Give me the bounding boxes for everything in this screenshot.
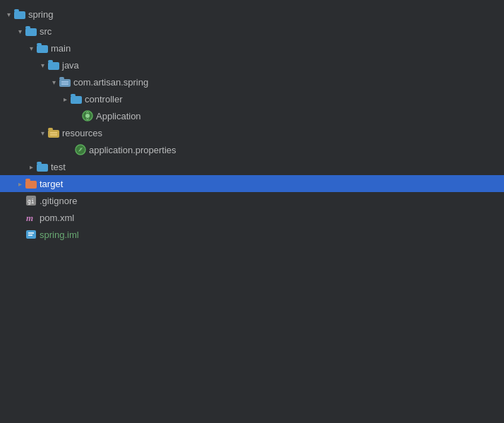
label-test: test [51, 162, 66, 172]
svg-rect-5 [37, 43, 42, 46]
chevron-target [14, 178, 25, 189]
label-target: target [40, 179, 63, 189]
folder-icon-spring [14, 8, 25, 20]
svg-rect-24 [25, 179, 30, 181]
chevron-com-artisan-spring [48, 76, 59, 88]
tree-item-gitignore[interactable]: gi .gitignore [0, 192, 504, 209]
tree-item-spring-iml[interactable]: spring.iml [0, 226, 504, 243]
label-src: src [40, 26, 52, 37]
tree-item-java[interactable]: java [0, 56, 504, 73]
folder-icon-resources [48, 127, 59, 138]
chevron-test [25, 161, 37, 172]
chevron-spring [3, 8, 14, 20]
label-main: main [51, 43, 71, 54]
chevron-controller [59, 93, 71, 105]
label-resources: resources [62, 128, 102, 138]
chevron-src [14, 25, 25, 37]
svg-rect-16 [48, 130, 59, 138]
tree-item-application[interactable]: Application [0, 107, 504, 124]
svg-rect-23 [25, 181, 37, 189]
folder-icon-controller [71, 93, 82, 105]
maven-icon: m [25, 212, 37, 223]
chevron-java [37, 59, 48, 71]
tree-item-com-artisan-spring[interactable]: com.artisan.spring [0, 73, 504, 90]
svg-point-15 [85, 114, 90, 118]
folder-icon-java [48, 59, 59, 71]
tree-item-application-properties[interactable]: application.properties [0, 141, 504, 158]
folder-icon-target [25, 178, 37, 189]
label-com-artisan-spring: com.artisan.spring [73, 77, 148, 88]
svg-rect-21 [37, 164, 48, 172]
tree-item-resources[interactable]: resources [0, 124, 504, 141]
iml-icon [25, 229, 37, 240]
label-spring-iml: spring.iml [40, 230, 79, 240]
svg-text:gi: gi [28, 198, 35, 205]
label-application-properties: application.properties [89, 145, 176, 155]
svg-text:m: m [26, 213, 33, 223]
file-tree: spring src main j [0, 0, 504, 249]
svg-rect-9 [59, 77, 64, 80]
folder-icon-main [37, 42, 48, 54]
label-java: java [62, 60, 79, 71]
svg-rect-7 [48, 60, 53, 63]
svg-rect-12 [71, 96, 82, 104]
tree-item-controller[interactable]: controller [0, 90, 504, 107]
label-spring: spring [28, 9, 53, 20]
svg-rect-17 [48, 128, 53, 131]
chevron-resources [37, 127, 48, 138]
svg-rect-3 [25, 26, 30, 29]
label-pom-xml: pom.xml [40, 213, 74, 223]
svg-rect-1 [14, 9, 19, 12]
chevron-main [25, 42, 37, 54]
svg-rect-0 [14, 11, 25, 19]
tree-item-test[interactable]: test [0, 158, 504, 175]
spring-leaf-icon [75, 144, 86, 155]
svg-rect-22 [37, 162, 42, 165]
folder-icon-src [25, 25, 37, 37]
svg-rect-4 [37, 45, 48, 53]
label-application: Application [96, 111, 141, 121]
label-controller: controller [85, 94, 122, 105]
svg-rect-13 [71, 94, 76, 97]
tree-item-src[interactable]: src [0, 23, 504, 40]
gitignore-icon: gi [25, 195, 37, 206]
application-icon [82, 110, 93, 121]
svg-rect-28 [26, 230, 36, 239]
tree-item-target[interactable]: target [0, 175, 504, 192]
folder-icon-com-artisan-spring [59, 76, 71, 88]
folder-icon-test [37, 161, 48, 172]
tree-item-pom-xml[interactable]: m pom.xml [0, 209, 504, 226]
svg-rect-2 [25, 28, 37, 36]
tree-item-main[interactable]: main [0, 40, 504, 56]
svg-rect-8 [59, 79, 71, 87]
tree-item-spring[interactable]: spring [0, 6, 504, 23]
svg-rect-6 [48, 62, 59, 70]
label-gitignore: .gitignore [40, 196, 77, 206]
